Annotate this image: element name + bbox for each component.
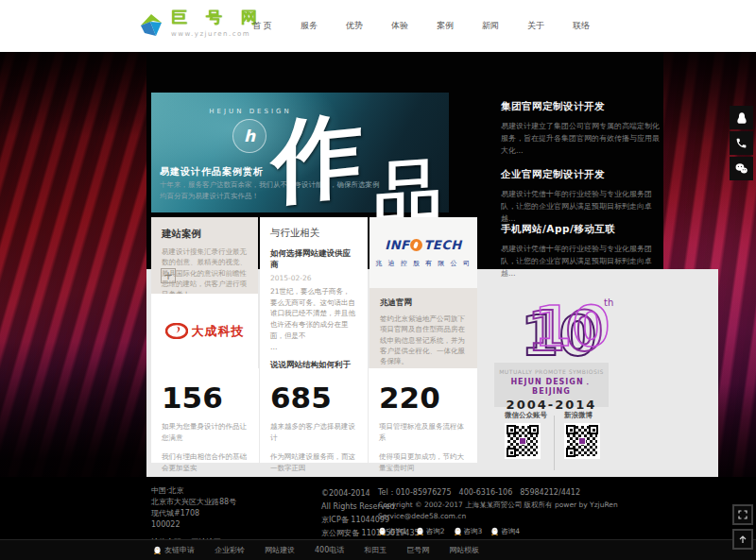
nav-item-services[interactable]: 服务 [286,20,332,32]
project-title[interactable]: 兆迪官网 [380,297,467,309]
phone-icon [735,137,747,149]
news-article-title[interactable]: 说说网站结构如何利于用户体验... [270,360,357,368]
qq-icon [735,111,748,125]
stat-value: 685 [270,381,357,415]
back-to-top-button[interactable] [732,529,753,550]
wechat-icon [734,161,748,176]
nav-item-news[interactable]: 新闻 [468,20,513,32]
news-card: 与行业相关 如何选择网站建设供应商 2015-02-26 21世纪，要么电子商务… [260,217,368,368]
qq-penguin-icon [416,527,424,535]
client-card-dacheng[interactable]: 大成科技 [151,294,258,368]
bottom-links-bar: 友链申请 企业彩铃 网站建设 400电话 和田玉 巨号网 网站模板 [0,539,756,560]
footer-address-line: 100022 [151,519,236,531]
weibo-qr-code [564,423,600,459]
qq-consult-link[interactable]: 咨询2 [416,526,445,537]
header: 巨 号 网 www.yzjuren.com 首 页 服务 优势 体验 案例 新闻… [0,0,756,52]
page: 巨 号 网 www.yzjuren.com 首 页 服务 优势 体验 案例 新闻… [0,0,756,560]
stat-block: 220 项目管理标准及服务流程体系 使得项目更加成功，节约大量宝贵时间 合作过的… [369,368,477,463]
nav-item-about[interactable]: 关于 [513,20,558,32]
stat-line: 项目管理标准及服务流程体系 [379,421,467,445]
bottom-link[interactable]: 和田玉 [364,545,387,555]
background-canyon-left [0,52,146,477]
cases-title: 建站案例 [162,228,248,241]
expand-button[interactable] [732,504,753,525]
expand-icon [737,509,748,520]
client-card-infotech[interactable]: INF TECH 兆 迪 控 股 有 限 公 司 [369,217,477,288]
news-article-excerpt: 21世纪，要么电子商务，要么无商可务。这句话出自谁口我已经不清楚，并且他也许还有… [270,286,357,341]
qq-consult-link[interactable]: 咨询1 [378,526,407,537]
service-title[interactable]: 手机网站/App/移动互联 [501,223,663,236]
anniversary-tagline: MUTUALLY PROMOTE SYMBIOSIS [494,368,609,375]
calligraphy-zuo: 作 [272,93,362,227]
service-block-mobile: 手机网站/App/移动互联 易建设计凭借十年的行业经验与专业化服务团队，让您的企… [501,223,663,280]
wechat-qr-label: 微信公众账号 [505,411,547,420]
service-title[interactable]: 集团官网定制设计开发 [501,100,663,113]
stat-block: 156 如果为您量身设计的作品让您满意 我们有理由相信合作的基础会更加坚实 这是… [151,368,260,463]
floating-contact-icons [730,106,753,180]
footer-copyright-line: Copyright © 2002-2017 上海某某商贸公司 版权所有 powe… [378,500,618,511]
service-block-group-site: 集团官网定制设计开发 易建设计建立了集团公司官网专属的高端定制化服务，旨在提升各… [501,100,663,158]
news-article-title[interactable]: 如何选择网站建设供应商 [270,248,357,271]
svg-text:th: th [604,297,613,308]
stat-line: 越来越多的客户选择易建设计 [270,421,357,445]
stat-value: 156 [162,381,249,415]
qq-consult-link[interactable]: 咨询3 [454,526,483,537]
footer-qq-row: 咨询1 咨询2 咨询3 咨询4 [378,526,618,537]
news-article: 如何选择网站建设供应商 2015-02-26 21世纪，要么电子商务，要么无商可… [270,248,357,351]
nav-item-advantage[interactable]: 优势 [332,20,377,32]
anniversary-box: MUTUALLY PROMOTE SYMBIOSIS HEJUN DESIGN．… [494,363,609,407]
qq-consult-link[interactable]: 咨询4 [490,526,520,537]
nav-item-cases[interactable]: 案例 [422,20,468,32]
service-desc: 易建设计建立了集团公司官网专属的高端定制化服务，旨在提升各集团官网的有效传播与应… [501,120,663,158]
news-title: 与行业相关 [270,227,357,240]
anniversary-brand: HEJUN DESIGN．BEIJING [494,377,609,396]
banner-logo-circle: h [232,119,266,153]
stat-line: 使得项目更加成功，节约大量宝贵时间 [379,451,467,475]
infotech-logo-left: INF [385,238,409,252]
news-article-date: 2015-02-26 [270,274,357,282]
arrow-up-icon [737,534,748,545]
news-article: 说说网站结构如何利于用户体验... 2015-02-14 搜索引擎是用户访问网站… [270,360,357,368]
dacheng-logo-icon [165,323,188,339]
footer-address-line: 现代城#1708 [151,508,236,519]
wechat-contact-button[interactable] [730,157,753,180]
project-desc: 签约北京紫迪地产公司旗下项目官网及自住型商品房在线申购信息登记系统，并为客户提供… [380,314,467,366]
bottom-link[interactable]: 企业彩铃 [215,545,245,555]
bottom-link[interactable]: 巨号网 [406,545,429,555]
service-desc: 易建设计凭借十年的行业经验与专业化服务团队，让您的企业官网从满足预期目标到走向卓… [501,188,663,226]
qq-penguin-icon [490,527,499,535]
stat-line: 作为网站建设服务商，而这一数字正因 [270,451,357,475]
nav-item-home[interactable]: 首 页 [238,20,286,32]
main-nav: 首 页 服务 优势 体验 案例 新闻 关于 联络 [238,0,604,52]
anniversary-10th-logo: 10 10 10 th [513,293,619,365]
bottom-link[interactable]: 网站模板 [449,545,479,555]
service-desc: 易建设计凭借十年的行业经验与专业化服务团队，让您的企业官网从满足预期目标到走向卓… [501,243,663,280]
footer-address-line: 北京市大兴区大业路88号 [151,497,236,508]
nav-item-experience[interactable]: 体验 [377,20,422,32]
footer-address-line: 中国·北京 [151,485,236,497]
nav-item-contact[interactable]: 联络 [558,20,604,32]
project-card: 兆迪官网 签约北京紫迪地产公司旗下项目官网及自住型商品房在线申购信息登记系统，并… [369,288,477,368]
qq-contact-button[interactable] [730,106,753,129]
svg-text:10: 10 [534,295,610,359]
bottom-link[interactable]: 400电话 [315,545,344,555]
bottom-link[interactable]: 网站建设 [265,545,295,555]
bottom-link-friend[interactable]: 友链申请 [153,545,195,555]
stat-line: 我们有理由相信合作的基础会更加坚实 [162,451,249,475]
infotech-company-name: 兆 迪 控 股 有 限 公 司 [375,259,472,268]
qq-penguin-icon [454,527,462,535]
corner-buttons [732,504,753,550]
qq-penguin-icon [378,527,387,535]
footer-email[interactable]: Service@dede58.com.cn [378,511,618,522]
footer-contact-column: Tel：010-85976275 400-6316-106 85984212/4… [378,487,618,537]
cases-more-button[interactable]: + [161,268,176,283]
banner-logo-letter: h [244,127,255,145]
dacheng-logo-text: 大成科技 [192,323,245,340]
service-title[interactable]: 企业官网定制设计开发 [501,168,663,181]
stat-value: 220 [379,381,467,415]
stat-line: 如果为您量身设计的作品让您满意 [162,421,249,445]
news-article-more[interactable]: ... [270,343,357,351]
footer: 中国·北京 北京市大兴区大业路88号 现代城#1708 100022 法律声明 … [0,477,756,539]
phone-contact-button[interactable] [730,131,753,155]
banner-title: 易建设计作品案例赏析 [160,165,264,178]
